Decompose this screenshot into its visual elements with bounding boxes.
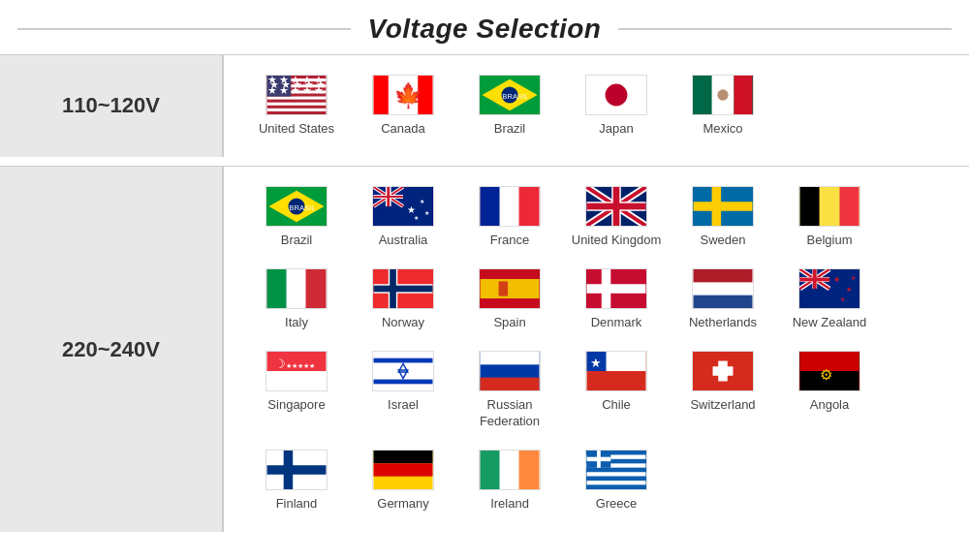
flag-cl: ★: [585, 351, 647, 391]
svg-text:☽: ☽: [274, 357, 286, 371]
svg-rect-97: [374, 358, 433, 363]
flag-nl: [692, 268, 754, 309]
country-name-il: Israel: [388, 397, 419, 414]
flag-ru: [479, 351, 541, 391]
flag-es: [479, 268, 541, 309]
svg-rect-74: [602, 269, 611, 308]
svg-rect-115: [267, 465, 327, 475]
svg-rect-76: [694, 269, 753, 282]
countries-cell-110: ★★★★★★ ★★★★★ ★★★★★★ United States: [223, 55, 969, 157]
country-de: Germany: [350, 440, 456, 522]
svg-rect-131: [587, 481, 646, 484]
country-be: Belgium: [776, 176, 883, 259]
country-br: BRASIL Brazil: [456, 65, 563, 147]
svg-rect-73: [587, 285, 646, 295]
flag-uk: [585, 186, 647, 227]
flag-ca: 🍁: [372, 75, 434, 115]
country-dk: Denmark: [563, 259, 670, 341]
flag-au: ★ ★ ★ ★: [372, 186, 434, 227]
svg-rect-130: [587, 477, 646, 481]
country-name-uk: United Kingdom: [572, 233, 662, 249]
svg-rect-132: [587, 485, 646, 489]
svg-rect-119: [374, 463, 433, 476]
svg-text:★: ★: [424, 210, 429, 216]
country-name-ru: Russian Federation: [462, 397, 557, 430]
country-name-ie: Ireland: [490, 496, 529, 513]
flag-nz: ★ ★ ★ ★: [798, 268, 860, 309]
svg-text:BRASIL: BRASIL: [289, 203, 315, 212]
flag-us: ★★★★★★ ★★★★★ ★★★★★★: [266, 75, 328, 115]
country-name-sg: Singapore: [267, 397, 325, 414]
country-name-ca: Canada: [381, 121, 425, 138]
country-es: Spain: [456, 259, 563, 341]
svg-rect-56: [694, 202, 753, 212]
flag-no: [372, 268, 434, 309]
flag-mx: [692, 75, 754, 115]
countries-grid-110: ★★★★★★ ★★★★★ ★★★★★★ United States: [243, 65, 959, 147]
countries-grid-220: BRASIL Brazil: [243, 176, 959, 521]
country-name-no: Norway: [382, 315, 424, 331]
flag-se: [692, 186, 754, 227]
svg-rect-122: [481, 451, 500, 489]
country-jp: Japan: [563, 65, 670, 147]
voltage-row-220: 220~240V BRASIL: [0, 167, 969, 532]
country-fr: France: [456, 176, 563, 259]
svg-rect-23: [734, 76, 752, 114]
country-name-it: Italy: [285, 315, 308, 331]
countries-cell-220: BRASIL Brazil: [223, 167, 969, 532]
country-name-es: Spain: [493, 315, 525, 331]
svg-text:★: ★: [833, 276, 840, 285]
page-title: Voltage Selection: [368, 14, 602, 45]
svg-text:★: ★: [846, 286, 852, 293]
svg-rect-12: [374, 76, 389, 114]
svg-text:⚙: ⚙: [820, 366, 832, 383]
country-name-nz: New Zealand: [793, 315, 867, 331]
svg-text:★: ★: [407, 204, 416, 215]
flag-br2: BRASIL: [266, 186, 328, 227]
svg-rect-96: [374, 352, 433, 390]
voltage-label-110: 110~120V: [0, 55, 223, 157]
main-table: 110~120V: [0, 54, 969, 532]
svg-rect-129: [587, 472, 646, 476]
country-ca: 🍁 Canada: [350, 65, 456, 147]
country-se: Sweden: [670, 176, 776, 259]
svg-point-20: [606, 84, 628, 107]
svg-rect-135: [597, 451, 601, 468]
svg-text:🍁: 🍁: [393, 81, 423, 110]
country-name-nl: Netherlands: [689, 315, 757, 331]
svg-rect-77: [694, 296, 753, 308]
country-name-fr: France: [490, 233, 529, 249]
flag-sg: ☽ ★★★★★: [266, 351, 328, 391]
country-name-de: Germany: [377, 496, 428, 513]
country-il: Israel: [350, 341, 456, 440]
svg-rect-102: [481, 352, 540, 364]
country-fi: Finland: [243, 440, 350, 522]
country-name-br2: Brazil: [281, 233, 313, 249]
country-nz: ★ ★ ★ ★ New Zealand: [776, 259, 883, 341]
flag-be: [798, 186, 860, 227]
title-line-right: [618, 28, 952, 30]
country-no: Norway: [350, 259, 456, 341]
country-mx: Mexico: [670, 65, 776, 147]
svg-text:★: ★: [420, 200, 424, 205]
country-it: Italy: [243, 259, 350, 341]
flag-fr: [479, 186, 541, 227]
country-br2: BRASIL Brazil: [243, 176, 350, 259]
country-name-fi: Finland: [276, 496, 318, 513]
svg-point-24: [717, 89, 728, 100]
flag-ao: ⚙: [798, 351, 860, 391]
voltage-row-110: 110~120V: [0, 55, 969, 157]
svg-rect-6: [267, 109, 327, 111]
country-ch: Switzerland: [670, 341, 776, 440]
svg-text:★: ★: [590, 356, 602, 370]
title-line-left: [17, 28, 351, 30]
country-name-jp: Japan: [599, 121, 633, 138]
svg-text:★: ★: [414, 216, 419, 222]
country-name-ch: Switzerland: [690, 397, 755, 414]
flag-dk: [585, 268, 647, 309]
country-ao: ⚙ Angola: [776, 341, 883, 440]
svg-rect-67: [374, 286, 433, 293]
country-nl: Netherlands: [670, 259, 776, 341]
svg-rect-98: [374, 380, 433, 385]
flag-ch: [692, 351, 754, 391]
